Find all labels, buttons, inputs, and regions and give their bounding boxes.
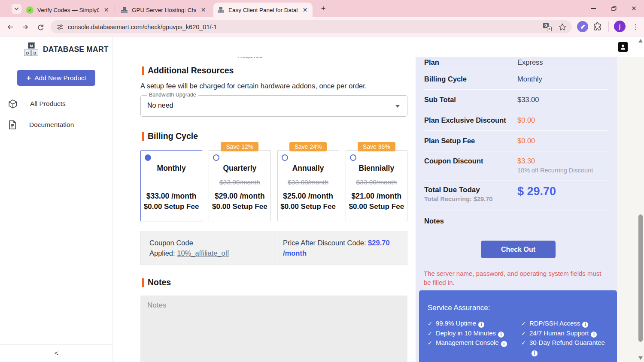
translate-icon[interactable]: Ga: [543, 23, 552, 31]
tab-close-icon[interactable]: ✕: [200, 6, 207, 14]
section-heading-notes: Notes: [142, 278, 171, 287]
plus-icon: [26, 73, 31, 83]
browser-tab-strip: ✓ Verify Codes — SimplyCodes ✕ GPU Serve…: [0, 0, 644, 17]
billing-option-name: Biennially: [346, 164, 407, 173]
reload-button[interactable]: [35, 22, 46, 32]
scrollbar-down-arrow[interactable]: [638, 356, 643, 360]
assurance-column-left: 99.9% Uptime Deploy in 10 Minutes Manage…: [428, 319, 521, 356]
browser-tab-simplycodes[interactable]: ✓ Verify Codes — SimplyCodes ✕: [22, 3, 114, 17]
window-controls: ✕: [583, 0, 644, 17]
forward-button[interactable]: [20, 22, 30, 32]
section-accent-bar: [142, 278, 144, 287]
address-bar[interactable]: console.databasemart.com/check/gpuvps_k6…: [51, 20, 572, 33]
price-after-discount-label: Price After Discount Code:: [283, 239, 366, 247]
account-icon[interactable]: [618, 42, 628, 52]
sidebar-item-label: Documentation: [29, 121, 74, 129]
extensions-icon[interactable]: [593, 22, 602, 31]
info-icon[interactable]: [582, 322, 588, 328]
window-close-button[interactable]: ✕: [624, 0, 644, 17]
radio-biennially[interactable]: [350, 154, 356, 161]
radio-monthly[interactable]: [145, 154, 151, 161]
tab-close-icon[interactable]: ✕: [103, 6, 110, 14]
radio-annually[interactable]: [282, 154, 288, 161]
sidebar-collapse-button[interactable]: <: [0, 344, 113, 362]
databasemart-favicon: [217, 6, 225, 14]
browser-tab-client-panel-active[interactable]: Easy Client Panel for Database M ✕: [213, 3, 313, 17]
browser-menu-icon[interactable]: ⋮: [632, 21, 639, 32]
page: M D B DATABASE MART Add New Product All …: [0, 36, 644, 362]
price-per-month: $21.00 /month: [346, 192, 407, 201]
info-icon[interactable]: [591, 332, 597, 338]
add-new-product-button[interactable]: Add New Product: [17, 70, 95, 86]
back-button[interactable]: [5, 22, 15, 32]
scrollbar-thumb[interactable]: [638, 214, 643, 342]
summary-row-plan-exclusive-discount: Plan Exclusive Discount $0.00: [424, 110, 608, 131]
summary-row-sub-total: Sub Total $33.00: [424, 90, 608, 110]
coupon-applied-cell: Coupon Code Applied: 10%_affiliate_off: [141, 231, 274, 265]
check-icon: [428, 319, 432, 329]
summary-row-plan-setup-fee: Plan Setup Fee $0.00: [424, 131, 608, 151]
billing-cycle-options: Monthly $33.00 /month $0.00 Setup Fee Sa…: [140, 150, 407, 221]
brand-name: DATABASE MART: [43, 45, 109, 54]
assurance-column-right: RDP/SSH Access 24/7 Human Support 30-Day…: [521, 319, 608, 356]
assurance-item: RDP/SSH Access: [521, 319, 608, 329]
billing-option-quarterly[interactable]: Save 12% Quarterly $33.00/month $29.00 /…: [209, 150, 270, 221]
billing-option-annually[interactable]: Save 24% Annually $33.00/month $25.00 /m…: [277, 150, 339, 221]
coupon-discount-subnote: 10% off Recurring Discount: [517, 167, 593, 174]
assurance-item: 99.9% Uptime: [428, 319, 521, 329]
section-heading-additional-resources: Additional Resources: [142, 66, 234, 75]
billing-option-name: Quarterly: [209, 164, 270, 173]
summary-label: Billing Cycle: [424, 75, 517, 83]
sidebar-item-all-products[interactable]: All Products: [0, 95, 113, 112]
check-icon: [428, 329, 432, 338]
summary-value: $0.00: [517, 116, 535, 124]
coupon-code-link[interactable]: 10%_affiliate_off: [177, 249, 229, 257]
assurance-label: 30-Day Refund Guarantee: [529, 339, 605, 346]
browser-profile-avatar[interactable]: j: [614, 21, 626, 32]
section-title: Notes: [148, 278, 171, 287]
bookmark-star-icon[interactable]: [559, 23, 566, 31]
summary-label: Plan: [424, 58, 517, 66]
billing-option-biennially[interactable]: Save 36% Biennially $33.00/month $21.00 …: [346, 150, 407, 221]
url-text: console.databasemart.com/check/gpuvps_k6…: [68, 24, 217, 30]
assurance-item: Management Console: [428, 338, 521, 348]
summary-value: Express: [517, 58, 543, 66]
total-due-value: $ 29.70: [517, 185, 556, 198]
notes-textarea[interactable]: [140, 296, 407, 362]
tab-search-button[interactable]: [12, 4, 21, 14]
section-title: Additional Resources: [148, 66, 234, 75]
validation-error-message: The server name, password, and operating…: [424, 269, 608, 287]
svg-text:M: M: [30, 44, 33, 48]
summary-label: Plan Exclusive Discount: [424, 116, 517, 124]
info-icon[interactable]: [532, 350, 538, 356]
site-info-icon[interactable]: [57, 24, 64, 30]
summary-row-plan: Plan Express: [424, 57, 608, 69]
check-out-button[interactable]: Check Out: [481, 241, 556, 258]
assurance-label: Management Console: [436, 339, 499, 346]
info-icon[interactable]: [478, 322, 484, 328]
save-badge: Save 12%: [221, 142, 258, 151]
info-icon[interactable]: [501, 341, 507, 347]
sidebar-item-documentation[interactable]: Documentation: [0, 116, 113, 133]
billing-option-name: Monthly: [141, 164, 202, 173]
billing-option-monthly[interactable]: Monthly $33.00 /month $0.00 Setup Fee: [140, 150, 202, 221]
radio-quarterly[interactable]: [213, 154, 219, 161]
original-price: $33.00/month: [278, 178, 339, 187]
tab-close-icon[interactable]: ✕: [301, 6, 309, 14]
databasemart-logo[interactable]: M D B DATABASE MART: [23, 42, 109, 57]
info-icon[interactable]: [498, 332, 504, 338]
coupon-applied-label: Applied:: [149, 249, 175, 257]
check-icon: [521, 319, 526, 329]
new-tab-button[interactable]: +: [319, 4, 328, 13]
setup-fee-description: A setup fee will be charged for certain …: [140, 82, 367, 90]
coupon-box: Coupon Code Applied: 10%_affiliate_off P…: [140, 231, 407, 265]
scrollbar-up-arrow[interactable]: [638, 39, 643, 42]
browser-tab-gpu-hosting[interactable]: GPU Server Hosting: Cheap GPU ✕: [117, 3, 211, 17]
summary-value: $0.00: [517, 137, 535, 145]
summary-row-billing-cycle: Billing Cycle Monthly: [424, 69, 608, 90]
customize-chrome-icon[interactable]: [577, 21, 588, 32]
window-restore-button[interactable]: [604, 0, 624, 17]
service-assurance-title: Service Assurance:: [428, 304, 617, 312]
window-minimize-button[interactable]: [583, 0, 604, 17]
bandwidth-upgrade-select[interactable]: Bandwidth Upgrade No need: [140, 95, 407, 117]
